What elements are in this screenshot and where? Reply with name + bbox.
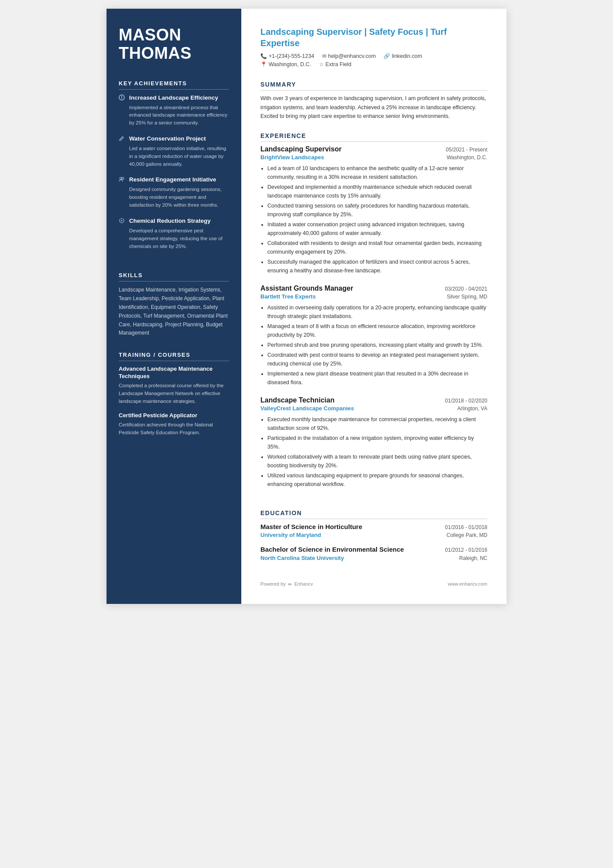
exp-job-title: Landscaping Supervisor	[260, 145, 342, 153]
contact-row: 📞 +1-(234)-555-1234 ✉ help@enhancv.com 🔗…	[260, 53, 487, 59]
footer-website: www.enhancv.com	[448, 581, 487, 586]
extra-contact: ☆ Extra Field	[319, 61, 352, 67]
skills-title: SKILLS	[119, 272, 229, 282]
achievements-title: KEY ACHIEVEMENTS	[119, 80, 229, 90]
skills-text: Landscape Maintenance, Irrigation System…	[119, 286, 229, 338]
education-item: Bachelor of Science in Environmental Sci…	[260, 545, 487, 561]
exp-bullet: Performed shrub and tree pruning operati…	[267, 341, 487, 349]
exp-company: BrightView Landscapes	[260, 154, 324, 161]
exp-dates: 03/2020 - 04/2021	[445, 286, 487, 292]
experience-item: Landscape Technician 01/2018 - 02/2020 V…	[260, 396, 487, 489]
education-list: Master of Science in Horticulture 01/201…	[260, 523, 487, 561]
edu-location: Raleigh, NC	[459, 555, 487, 561]
training-item-title: Advanced Landscape Maintenance Technique…	[119, 365, 229, 380]
powered-by-label: Powered by	[260, 581, 286, 586]
achievement-desc: Led a water conservation initiative, res…	[119, 145, 229, 168]
email-value: help@enhancv.com	[328, 53, 376, 59]
achievement-item: Water Conservation Project Led a water c…	[119, 135, 229, 168]
achievement-desc: Implemented a streamlined process that e…	[119, 104, 229, 127]
exp-bullet: Collaborated with residents to design an…	[267, 239, 487, 256]
phone-contact: 📞 +1-(234)-555-1234	[260, 53, 314, 59]
phone-value: +1-(234)-555-1234	[269, 53, 314, 59]
exp-bullet: Executed monthly landscape maintenance f…	[267, 415, 487, 432]
training-item-title: Certified Pesticide Applicator	[119, 412, 229, 419]
edu-location: College Park, MD	[446, 532, 487, 538]
training-item-desc: Completed a professional course offered …	[119, 382, 229, 405]
exp-location: Silver Spring, MD	[447, 294, 487, 300]
summary-section: SUMMARY With over 3 years of experience …	[260, 81, 487, 121]
star-icon: ☆	[319, 61, 324, 67]
footer-left: Powered by ∞ Enhancv	[260, 581, 313, 586]
exp-bullet: Successfully managed the application of …	[267, 258, 487, 275]
footer: Powered by ∞ Enhancv www.enhancv.com	[260, 568, 487, 586]
exp-bullet: Worked collaboratively with a team to re…	[267, 452, 487, 470]
achievement-desc: Developed a comprehensive pest managemen…	[119, 227, 229, 250]
achievement-icon	[119, 176, 126, 184]
enhancv-logo: ∞	[288, 581, 292, 586]
main-content: Landscaping Supervisor | Safety Focus | …	[241, 9, 506, 604]
exp-bullets-list: Assisted in overseeing daily operations …	[260, 303, 487, 387]
link-icon: 🔗	[383, 53, 390, 59]
location-icon: 📍	[260, 61, 267, 67]
training-section: TRAINING / COURSES Advanced Landscape Ma…	[119, 352, 229, 444]
website-contact: 🔗 linkedin.com	[383, 53, 422, 59]
brand-name: Enhancv	[294, 581, 313, 586]
edu-dates: 01/2016 - 01/2018	[445, 524, 487, 530]
skills-section: SKILLS Landscape Maintenance, Irrigation…	[119, 272, 229, 338]
resume-container: MASON THOMAS KEY ACHIEVEMENTS Increased …	[107, 9, 506, 604]
exp-bullet: Initiated a water conservation project u…	[267, 220, 487, 238]
exp-bullet: Implemented a new plant disease treatmen…	[267, 369, 487, 387]
job-title: Landscaping Supervisor | Safety Focus | …	[260, 26, 487, 49]
exp-job-title: Assistant Grounds Manager	[260, 285, 353, 292]
exp-job-title: Landscape Technician	[260, 396, 334, 404]
sidebar: MASON THOMAS KEY ACHIEVEMENTS Increased …	[107, 9, 241, 604]
location-contact: 📍 Washington, D.C.	[260, 61, 311, 67]
exp-location: Arlington, VA	[457, 406, 487, 412]
achievements-list: Increased Landscape Efficiency Implement…	[119, 94, 229, 251]
achievement-item: Increased Landscape Efficiency Implement…	[119, 94, 229, 127]
exp-bullet: Utilized various landscaping equipment t…	[267, 471, 487, 489]
experience-section: EXPERIENCE Landscaping Supervisor 05/202…	[260, 132, 487, 498]
exp-bullet: Coordinated with pest control teams to d…	[267, 351, 487, 368]
exp-bullets-list: Executed monthly landscape maintenance f…	[260, 415, 487, 489]
experience-item: Landscaping Supervisor 05/2021 - Present…	[260, 145, 487, 275]
edu-degree: Master of Science in Horticulture	[260, 523, 362, 531]
achievement-item: Chemical Reduction Strategy Developed a …	[119, 217, 229, 250]
exp-dates: 05/2021 - Present	[446, 147, 487, 153]
achievement-icon	[119, 218, 126, 225]
achievement-title: Chemical Reduction Strategy	[129, 217, 211, 225]
exp-dates: 01/2018 - 02/2020	[445, 398, 487, 404]
edu-degree: Bachelor of Science in Environmental Sci…	[260, 545, 404, 554]
email-icon: ✉	[322, 53, 326, 59]
exp-location: Washington, D.C.	[446, 154, 487, 161]
candidate-name: MASON THOMAS	[119, 26, 229, 63]
education-title: EDUCATION	[260, 509, 487, 519]
experience-title: EXPERIENCE	[260, 132, 487, 142]
exp-company: ValleyCrest Landscape Companies	[260, 405, 354, 412]
education-section: EDUCATION Master of Science in Horticult…	[260, 509, 487, 568]
achievements-section: KEY ACHIEVEMENTS Increased Landscape Eff…	[119, 80, 229, 258]
achievement-icon	[119, 135, 126, 143]
summary-text: With over 3 years of experience in lands…	[260, 94, 487, 121]
experience-item: Assistant Grounds Manager 03/2020 - 04/2…	[260, 285, 487, 387]
phone-icon: 📞	[260, 53, 267, 59]
achievement-desc: Designed community gardening sessions, b…	[119, 186, 229, 209]
exp-company: Bartlett Tree Experts	[260, 293, 316, 300]
training-item: Certified Pesticide Applicator Certifica…	[119, 412, 229, 437]
edu-school: North Carolina State University	[260, 555, 344, 561]
exp-bullet: Managed a team of 8 with a focus on effi…	[267, 322, 487, 339]
location-value: Washington, D.C.	[269, 61, 311, 67]
extra-value: Extra Field	[326, 61, 352, 67]
achievement-item: Resident Engagement Initiative Designed …	[119, 176, 229, 209]
achievement-title: Resident Engagement Initiative	[129, 176, 216, 184]
training-item: Advanced Landscape Maintenance Technique…	[119, 365, 229, 405]
experience-list: Landscaping Supervisor 05/2021 - Present…	[260, 145, 487, 489]
exp-bullet: Led a team of 10 landscapers to enhance …	[267, 164, 487, 181]
contact-row-2: 📍 Washington, D.C. ☆ Extra Field	[260, 61, 487, 67]
edu-school: University of Maryland	[260, 532, 321, 538]
achievement-title: Water Conservation Project	[129, 135, 206, 143]
exp-bullet: Developed and implemented a monthly main…	[267, 183, 487, 200]
exp-bullets-list: Led a team of 10 landscapers to enhance …	[260, 164, 487, 275]
education-item: Master of Science in Horticulture 01/201…	[260, 523, 487, 539]
achievement-title: Increased Landscape Efficiency	[129, 94, 218, 102]
